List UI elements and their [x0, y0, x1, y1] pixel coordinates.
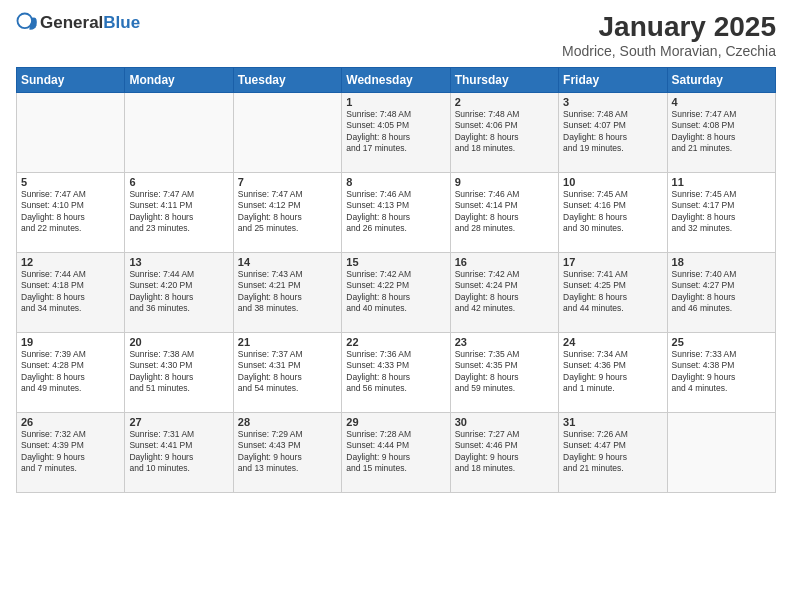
header: GeneralBlue January 2025 Modrice, South … [16, 12, 776, 59]
title-block: January 2025 Modrice, South Moravian, Cz… [562, 12, 776, 59]
day-info: Sunrise: 7:40 AM Sunset: 4:27 PM Dayligh… [672, 269, 771, 315]
day-number: 27 [129, 416, 228, 428]
calendar-cell-1-5: 2Sunrise: 7:48 AM Sunset: 4:06 PM Daylig… [450, 92, 558, 172]
day-info: Sunrise: 7:41 AM Sunset: 4:25 PM Dayligh… [563, 269, 662, 315]
calendar-cell-1-2 [125, 92, 233, 172]
day-number: 5 [21, 176, 120, 188]
weekday-header-row: Sunday Monday Tuesday Wednesday Thursday… [17, 67, 776, 92]
calendar-cell-5-7 [667, 412, 775, 492]
logo-blue-text: Blue [103, 13, 140, 33]
day-info: Sunrise: 7:44 AM Sunset: 4:20 PM Dayligh… [129, 269, 228, 315]
calendar-cell-4-7: 25Sunrise: 7:33 AM Sunset: 4:38 PM Dayli… [667, 332, 775, 412]
day-number: 28 [238, 416, 337, 428]
calendar-cell-3-6: 17Sunrise: 7:41 AM Sunset: 4:25 PM Dayli… [559, 252, 667, 332]
day-number: 17 [563, 256, 662, 268]
header-sunday: Sunday [17, 67, 125, 92]
day-number: 21 [238, 336, 337, 348]
svg-point-0 [17, 13, 32, 28]
day-info: Sunrise: 7:46 AM Sunset: 4:14 PM Dayligh… [455, 189, 554, 235]
calendar-cell-4-3: 21Sunrise: 7:37 AM Sunset: 4:31 PM Dayli… [233, 332, 341, 412]
day-info: Sunrise: 7:47 AM Sunset: 4:11 PM Dayligh… [129, 189, 228, 235]
day-number: 23 [455, 336, 554, 348]
day-number: 31 [563, 416, 662, 428]
day-info: Sunrise: 7:45 AM Sunset: 4:16 PM Dayligh… [563, 189, 662, 235]
day-info: Sunrise: 7:47 AM Sunset: 4:10 PM Dayligh… [21, 189, 120, 235]
day-info: Sunrise: 7:43 AM Sunset: 4:21 PM Dayligh… [238, 269, 337, 315]
day-number: 14 [238, 256, 337, 268]
day-info: Sunrise: 7:29 AM Sunset: 4:43 PM Dayligh… [238, 429, 337, 475]
day-number: 15 [346, 256, 445, 268]
day-number: 7 [238, 176, 337, 188]
week-row-3: 12Sunrise: 7:44 AM Sunset: 4:18 PM Dayli… [17, 252, 776, 332]
calendar-cell-5-1: 26Sunrise: 7:32 AM Sunset: 4:39 PM Dayli… [17, 412, 125, 492]
subtitle: Modrice, South Moravian, Czechia [562, 43, 776, 59]
calendar-cell-3-7: 18Sunrise: 7:40 AM Sunset: 4:27 PM Dayli… [667, 252, 775, 332]
day-number: 8 [346, 176, 445, 188]
day-number: 13 [129, 256, 228, 268]
calendar-cell-5-6: 31Sunrise: 7:26 AM Sunset: 4:47 PM Dayli… [559, 412, 667, 492]
header-thursday: Thursday [450, 67, 558, 92]
main-title: January 2025 [562, 12, 776, 43]
day-number: 22 [346, 336, 445, 348]
day-number: 11 [672, 176, 771, 188]
header-wednesday: Wednesday [342, 67, 450, 92]
day-number: 1 [346, 96, 445, 108]
day-info: Sunrise: 7:31 AM Sunset: 4:41 PM Dayligh… [129, 429, 228, 475]
day-number: 12 [21, 256, 120, 268]
calendar-cell-5-4: 29Sunrise: 7:28 AM Sunset: 4:44 PM Dayli… [342, 412, 450, 492]
day-number: 19 [21, 336, 120, 348]
day-info: Sunrise: 7:26 AM Sunset: 4:47 PM Dayligh… [563, 429, 662, 475]
calendar-cell-4-4: 22Sunrise: 7:36 AM Sunset: 4:33 PM Dayli… [342, 332, 450, 412]
day-info: Sunrise: 7:44 AM Sunset: 4:18 PM Dayligh… [21, 269, 120, 315]
day-info: Sunrise: 7:45 AM Sunset: 4:17 PM Dayligh… [672, 189, 771, 235]
calendar-cell-3-1: 12Sunrise: 7:44 AM Sunset: 4:18 PM Dayli… [17, 252, 125, 332]
calendar-cell-2-6: 10Sunrise: 7:45 AM Sunset: 4:16 PM Dayli… [559, 172, 667, 252]
day-number: 24 [563, 336, 662, 348]
calendar-cell-2-7: 11Sunrise: 7:45 AM Sunset: 4:17 PM Dayli… [667, 172, 775, 252]
day-info: Sunrise: 7:38 AM Sunset: 4:30 PM Dayligh… [129, 349, 228, 395]
day-info: Sunrise: 7:35 AM Sunset: 4:35 PM Dayligh… [455, 349, 554, 395]
day-number: 10 [563, 176, 662, 188]
calendar: Sunday Monday Tuesday Wednesday Thursday… [16, 67, 776, 493]
day-info: Sunrise: 7:46 AM Sunset: 4:13 PM Dayligh… [346, 189, 445, 235]
calendar-cell-1-6: 3Sunrise: 7:48 AM Sunset: 4:07 PM Daylig… [559, 92, 667, 172]
calendar-cell-2-3: 7Sunrise: 7:47 AM Sunset: 4:12 PM Daylig… [233, 172, 341, 252]
day-number: 9 [455, 176, 554, 188]
day-number: 6 [129, 176, 228, 188]
header-saturday: Saturday [667, 67, 775, 92]
day-info: Sunrise: 7:36 AM Sunset: 4:33 PM Dayligh… [346, 349, 445, 395]
week-row-5: 26Sunrise: 7:32 AM Sunset: 4:39 PM Dayli… [17, 412, 776, 492]
calendar-cell-5-3: 28Sunrise: 7:29 AM Sunset: 4:43 PM Dayli… [233, 412, 341, 492]
day-number: 2 [455, 96, 554, 108]
day-number: 29 [346, 416, 445, 428]
logo: GeneralBlue [16, 12, 140, 34]
calendar-cell-2-2: 6Sunrise: 7:47 AM Sunset: 4:11 PM Daylig… [125, 172, 233, 252]
day-info: Sunrise: 7:34 AM Sunset: 4:36 PM Dayligh… [563, 349, 662, 395]
day-number: 20 [129, 336, 228, 348]
week-row-4: 19Sunrise: 7:39 AM Sunset: 4:28 PM Dayli… [17, 332, 776, 412]
calendar-cell-5-5: 30Sunrise: 7:27 AM Sunset: 4:46 PM Dayli… [450, 412, 558, 492]
day-number: 3 [563, 96, 662, 108]
calendar-cell-5-2: 27Sunrise: 7:31 AM Sunset: 4:41 PM Dayli… [125, 412, 233, 492]
calendar-cell-1-3 [233, 92, 341, 172]
day-number: 4 [672, 96, 771, 108]
logo-icon [16, 12, 38, 34]
calendar-cell-4-2: 20Sunrise: 7:38 AM Sunset: 4:30 PM Dayli… [125, 332, 233, 412]
day-number: 18 [672, 256, 771, 268]
calendar-cell-2-1: 5Sunrise: 7:47 AM Sunset: 4:10 PM Daylig… [17, 172, 125, 252]
day-info: Sunrise: 7:42 AM Sunset: 4:22 PM Dayligh… [346, 269, 445, 315]
header-friday: Friday [559, 67, 667, 92]
day-info: Sunrise: 7:47 AM Sunset: 4:12 PM Dayligh… [238, 189, 337, 235]
calendar-cell-3-3: 14Sunrise: 7:43 AM Sunset: 4:21 PM Dayli… [233, 252, 341, 332]
calendar-cell-2-4: 8Sunrise: 7:46 AM Sunset: 4:13 PM Daylig… [342, 172, 450, 252]
day-info: Sunrise: 7:27 AM Sunset: 4:46 PM Dayligh… [455, 429, 554, 475]
day-info: Sunrise: 7:48 AM Sunset: 4:07 PM Dayligh… [563, 109, 662, 155]
day-info: Sunrise: 7:37 AM Sunset: 4:31 PM Dayligh… [238, 349, 337, 395]
calendar-cell-3-4: 15Sunrise: 7:42 AM Sunset: 4:22 PM Dayli… [342, 252, 450, 332]
day-number: 26 [21, 416, 120, 428]
day-info: Sunrise: 7:32 AM Sunset: 4:39 PM Dayligh… [21, 429, 120, 475]
day-info: Sunrise: 7:33 AM Sunset: 4:38 PM Dayligh… [672, 349, 771, 395]
day-info: Sunrise: 7:48 AM Sunset: 4:05 PM Dayligh… [346, 109, 445, 155]
calendar-cell-3-5: 16Sunrise: 7:42 AM Sunset: 4:24 PM Dayli… [450, 252, 558, 332]
day-info: Sunrise: 7:48 AM Sunset: 4:06 PM Dayligh… [455, 109, 554, 155]
